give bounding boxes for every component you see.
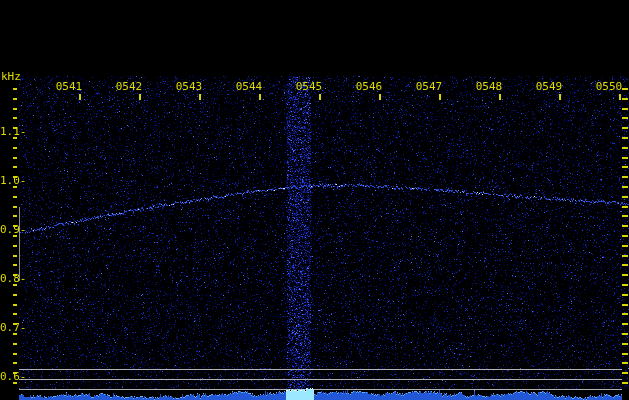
- time-axis-label: 0546: [349, 81, 389, 93]
- time-axis-label: 0545: [289, 81, 329, 93]
- freq-axis-label: 0.9-: [0, 224, 18, 236]
- time-axis-label: 0547: [409, 81, 449, 93]
- freq-axis-label: 0.7-: [0, 322, 18, 334]
- time-axis-label: 0541: [49, 81, 89, 93]
- time-axis-label: 0549: [529, 81, 569, 93]
- hrofft-window: H R O F F T 1.0.0f 2601160540.png meteor…: [0, 0, 629, 400]
- freq-axis-unit: kHz: [1, 71, 21, 82]
- time-axis-label: 0543: [169, 81, 209, 93]
- freq-axis-label: 0.6-: [0, 371, 18, 383]
- spectrogram-canvas: [0, 0, 629, 400]
- time-axis-label: 0544: [229, 81, 269, 93]
- freq-axis-label: 1.1-: [0, 126, 18, 138]
- time-axis-label: 0542: [109, 81, 149, 93]
- time-axis-label: 0550: [589, 81, 629, 93]
- freq-axis-label: 0.8-: [0, 273, 18, 285]
- time-axis-label: 0548: [469, 81, 509, 93]
- freq-axis-label: 1.0-: [0, 175, 18, 187]
